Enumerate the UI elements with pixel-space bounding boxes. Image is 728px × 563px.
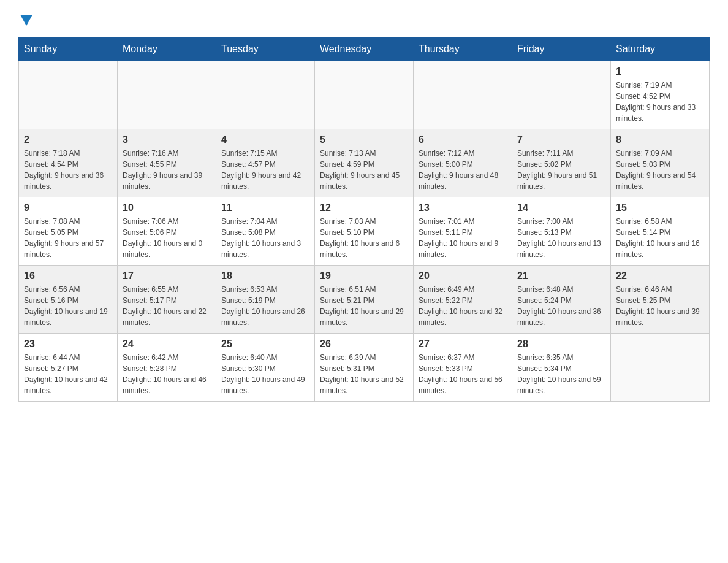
day-number: 8: [616, 134, 704, 145]
weekday-header-thursday: Thursday: [414, 37, 512, 61]
page-header: [18, 12, 710, 26]
day-number: 3: [123, 134, 211, 145]
day-number: 21: [517, 270, 605, 282]
calendar-cell: 14Sunrise: 7:00 AMSunset: 5:13 PMDayligh…: [512, 197, 611, 266]
calendar-header: SundayMondayTuesdayWednesdayThursdayFrid…: [19, 37, 710, 61]
day-number: 24: [123, 339, 211, 350]
day-info: Sunrise: 6:46 AMSunset: 5:25 PMDaylight:…: [616, 284, 704, 328]
calendar-cell: 2Sunrise: 7:18 AMSunset: 4:54 PMDaylight…: [19, 129, 118, 197]
day-number: 5: [320, 134, 408, 145]
weekday-header-friday: Friday: [512, 37, 611, 61]
day-number: 27: [419, 339, 507, 350]
day-number: 28: [517, 339, 605, 350]
calendar-cell: 17Sunrise: 6:55 AMSunset: 5:17 PMDayligh…: [118, 266, 216, 334]
day-info: Sunrise: 7:09 AMSunset: 5:03 PMDaylight:…: [616, 148, 704, 192]
day-info: Sunrise: 7:08 AMSunset: 5:05 PMDaylight:…: [24, 216, 112, 260]
week-row-3: 9Sunrise: 7:08 AMSunset: 5:05 PMDaylight…: [19, 197, 710, 266]
logo-triangle-icon: [20, 15, 32, 26]
week-row-4: 16Sunrise: 6:56 AMSunset: 5:16 PMDayligh…: [19, 266, 710, 334]
day-info: Sunrise: 7:11 AMSunset: 5:02 PMDaylight:…: [517, 148, 605, 192]
day-info: Sunrise: 7:12 AMSunset: 5:00 PMDaylight:…: [419, 148, 507, 192]
calendar-cell: 10Sunrise: 7:06 AMSunset: 5:06 PMDayligh…: [118, 197, 216, 266]
calendar-cell: 8Sunrise: 7:09 AMSunset: 5:03 PMDaylight…: [611, 129, 710, 197]
day-number: 16: [24, 270, 112, 282]
calendar-cell: 11Sunrise: 7:04 AMSunset: 5:08 PMDayligh…: [216, 197, 315, 266]
logo: [18, 12, 32, 26]
calendar-cell: [414, 61, 512, 129]
week-row-2: 2Sunrise: 7:18 AMSunset: 4:54 PMDaylight…: [19, 129, 710, 197]
day-info: Sunrise: 7:04 AMSunset: 5:08 PMDaylight:…: [221, 216, 309, 260]
day-info: Sunrise: 7:03 AMSunset: 5:10 PMDaylight:…: [320, 216, 408, 260]
calendar-cell: 20Sunrise: 6:49 AMSunset: 5:22 PMDayligh…: [414, 266, 512, 334]
weekday-header-saturday: Saturday: [611, 37, 710, 61]
calendar-cell: 23Sunrise: 6:44 AMSunset: 5:27 PMDayligh…: [19, 334, 118, 402]
day-number: 12: [320, 202, 408, 213]
calendar-cell: [216, 61, 315, 129]
day-number: 25: [221, 339, 309, 350]
day-info: Sunrise: 6:48 AMSunset: 5:24 PMDaylight:…: [517, 284, 605, 328]
day-info: Sunrise: 6:53 AMSunset: 5:19 PMDaylight:…: [221, 284, 309, 328]
day-number: 9: [24, 202, 112, 213]
day-number: 19: [320, 270, 408, 282]
calendar-cell: 4Sunrise: 7:15 AMSunset: 4:57 PMDaylight…: [216, 129, 315, 197]
day-info: Sunrise: 6:55 AMSunset: 5:17 PMDaylight:…: [123, 284, 211, 328]
day-number: 7: [517, 134, 605, 145]
day-info: Sunrise: 6:39 AMSunset: 5:31 PMDaylight:…: [320, 352, 408, 396]
calendar-cell: 6Sunrise: 7:12 AMSunset: 5:00 PMDaylight…: [414, 129, 512, 197]
day-number: 22: [616, 270, 704, 282]
day-number: 18: [221, 270, 309, 282]
day-number: 17: [123, 270, 211, 282]
calendar-cell: 26Sunrise: 6:39 AMSunset: 5:31 PMDayligh…: [315, 334, 414, 402]
day-info: Sunrise: 7:01 AMSunset: 5:11 PMDaylight:…: [419, 216, 507, 260]
day-info: Sunrise: 7:00 AMSunset: 5:13 PMDaylight:…: [517, 216, 605, 260]
calendar-cell: 24Sunrise: 6:42 AMSunset: 5:28 PMDayligh…: [118, 334, 216, 402]
calendar-table: SundayMondayTuesdayWednesdayThursdayFrid…: [18, 37, 710, 402]
day-number: 4: [221, 134, 309, 145]
calendar-cell: 28Sunrise: 6:35 AMSunset: 5:34 PMDayligh…: [512, 334, 611, 402]
calendar-cell: 22Sunrise: 6:46 AMSunset: 5:25 PMDayligh…: [611, 266, 710, 334]
weekday-header-row: SundayMondayTuesdayWednesdayThursdayFrid…: [19, 37, 710, 61]
day-info: Sunrise: 7:18 AMSunset: 4:54 PMDaylight:…: [24, 148, 112, 192]
calendar-cell: [315, 61, 414, 129]
day-number: 15: [616, 202, 704, 213]
calendar-cell: 13Sunrise: 7:01 AMSunset: 5:11 PMDayligh…: [414, 197, 512, 266]
weekday-header-monday: Monday: [118, 37, 216, 61]
day-info: Sunrise: 6:56 AMSunset: 5:16 PMDaylight:…: [24, 284, 112, 328]
day-number: 26: [320, 339, 408, 350]
day-info: Sunrise: 7:06 AMSunset: 5:06 PMDaylight:…: [123, 216, 211, 260]
day-number: 6: [419, 134, 507, 145]
week-row-5: 23Sunrise: 6:44 AMSunset: 5:27 PMDayligh…: [19, 334, 710, 402]
day-number: 20: [419, 270, 507, 282]
day-info: Sunrise: 7:15 AMSunset: 4:57 PMDaylight:…: [221, 148, 309, 192]
calendar-cell: 12Sunrise: 7:03 AMSunset: 5:10 PMDayligh…: [315, 197, 414, 266]
weekday-header-tuesday: Tuesday: [216, 37, 315, 61]
day-info: Sunrise: 6:35 AMSunset: 5:34 PMDaylight:…: [517, 352, 605, 396]
week-row-1: 1Sunrise: 7:19 AMSunset: 4:52 PMDaylight…: [19, 61, 710, 129]
day-number: 1: [616, 66, 704, 77]
calendar-cell: 25Sunrise: 6:40 AMSunset: 5:30 PMDayligh…: [216, 334, 315, 402]
calendar-cell: 27Sunrise: 6:37 AMSunset: 5:33 PMDayligh…: [414, 334, 512, 402]
weekday-header-wednesday: Wednesday: [315, 37, 414, 61]
calendar-cell: 3Sunrise: 7:16 AMSunset: 4:55 PMDaylight…: [118, 129, 216, 197]
day-info: Sunrise: 6:51 AMSunset: 5:21 PMDaylight:…: [320, 284, 408, 328]
day-number: 10: [123, 202, 211, 213]
calendar-cell: [19, 61, 118, 129]
day-info: Sunrise: 6:40 AMSunset: 5:30 PMDaylight:…: [221, 352, 309, 396]
calendar-cell: 21Sunrise: 6:48 AMSunset: 5:24 PMDayligh…: [512, 266, 611, 334]
day-number: 11: [221, 202, 309, 213]
day-number: 13: [419, 202, 507, 213]
day-number: 2: [24, 134, 112, 145]
calendar-cell: 19Sunrise: 6:51 AMSunset: 5:21 PMDayligh…: [315, 266, 414, 334]
day-info: Sunrise: 6:49 AMSunset: 5:22 PMDaylight:…: [419, 284, 507, 328]
calendar-cell: [512, 61, 611, 129]
day-info: Sunrise: 7:19 AMSunset: 4:52 PMDaylight:…: [616, 80, 704, 124]
calendar-cell: 5Sunrise: 7:13 AMSunset: 4:59 PMDaylight…: [315, 129, 414, 197]
day-number: 23: [24, 339, 112, 350]
calendar-cell: 18Sunrise: 6:53 AMSunset: 5:19 PMDayligh…: [216, 266, 315, 334]
calendar-cell: 16Sunrise: 6:56 AMSunset: 5:16 PMDayligh…: [19, 266, 118, 334]
calendar-cell: [118, 61, 216, 129]
day-info: Sunrise: 7:13 AMSunset: 4:59 PMDaylight:…: [320, 148, 408, 192]
calendar-cell: 7Sunrise: 7:11 AMSunset: 5:02 PMDaylight…: [512, 129, 611, 197]
calendar-cell: [611, 334, 710, 402]
weekday-header-sunday: Sunday: [19, 37, 118, 61]
